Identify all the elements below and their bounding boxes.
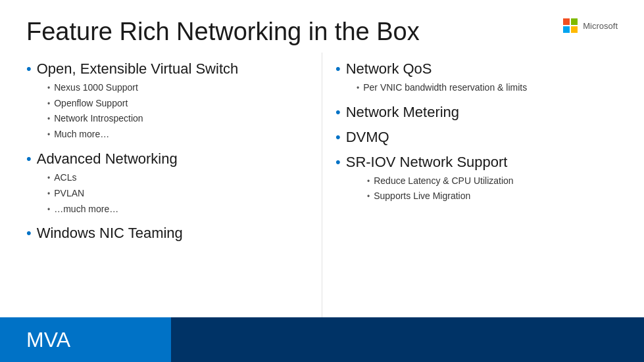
- bullet-open-virtual-switch: • Open, Extensible Virtual Switch: [26, 60, 309, 78]
- bullet-nic-teaming: • Windows NIC Teaming: [26, 225, 309, 242]
- bullet-label-r1: Network QoS: [346, 60, 432, 78]
- footer-mva-section: MVA: [0, 317, 171, 362]
- sub-bullet-vnic-bw: • Per VNIC bandwidth reservation & limit…: [357, 80, 618, 96]
- bullet-label-3: Windows NIC Teaming: [37, 225, 183, 242]
- sub-bullets-sr-iov: • Reduce Latency & CPU Utilization • Sup…: [357, 173, 618, 205]
- sub-bullets-advanced: • ACLs • PVLAN • …much more…: [47, 170, 309, 217]
- left-column: • Open, Extensible Virtual Switch • Nexu…: [26, 53, 322, 317]
- sub-bullet-reduce-latency: • Reduce Latency & CPU Utilization: [367, 173, 618, 189]
- page-title: Feature Rich Networking in the Box: [26, 18, 420, 46]
- sub-bullet-acls: • ACLs: [47, 170, 309, 186]
- bullet-dot-r1: •: [335, 60, 341, 78]
- content-area: • Open, Extensible Virtual Switch • Nexu…: [0, 53, 644, 317]
- bullet-sr-iov: • SR-IOV Network Support: [335, 154, 618, 171]
- bullet-dot-r3: •: [335, 129, 341, 146]
- sub-bullet-much-more-1: • Much more…: [47, 127, 309, 143]
- bullet-label-r4: SR-IOV Network Support: [346, 154, 508, 171]
- bullet-dot-r4: •: [335, 154, 341, 171]
- microsoft-logo: Microsoft: [563, 18, 618, 33]
- header: Feature Rich Networking in the Box Micro…: [0, 0, 644, 53]
- bullet-network-metering: • Network Metering: [335, 104, 618, 121]
- footer: MVA: [0, 317, 644, 362]
- ms-logo-grid: [563, 18, 578, 33]
- bullet-network-qos: • Network QoS: [335, 60, 618, 78]
- slide: Feature Rich Networking in the Box Micro…: [0, 0, 644, 362]
- footer-dark-section: [171, 317, 644, 362]
- sub-bullet-live-migration: • Supports Live Migration: [367, 189, 618, 204]
- sub-bullet-pvlan: • PVLAN: [47, 186, 309, 202]
- sub-bullet-nexus: • Nexus 1000 Support: [47, 80, 309, 96]
- right-column: • Network QoS • Per VNIC bandwidth reser…: [322, 53, 618, 317]
- ms-square-green: [571, 18, 578, 25]
- bullet-dvmq: • DVMQ: [335, 129, 618, 146]
- bullet-label: Open, Extensible Virtual Switch: [37, 60, 239, 78]
- ms-square-yellow: [571, 26, 578, 33]
- bullet-dot-r2: •: [335, 104, 341, 121]
- bullet-label-r3: DVMQ: [346, 129, 389, 146]
- ms-square-red: [563, 18, 570, 25]
- bullet-dot: •: [26, 60, 32, 78]
- ms-logo-label: Microsoft: [583, 21, 618, 31]
- sub-bullet-network-introspection: • Network Introspection: [47, 111, 309, 127]
- sub-bullets-qos: • Per VNIC bandwidth reservation & limit…: [357, 80, 618, 96]
- bullet-label-2: Advanced Networking: [37, 150, 178, 168]
- bullet-advanced-networking: • Advanced Networking: [26, 150, 309, 168]
- bullet-label-r2: Network Metering: [346, 104, 459, 121]
- ms-square-blue: [563, 26, 570, 33]
- mva-label: MVA: [26, 328, 70, 352]
- sub-bullet-much-more-2: • …much more…: [47, 202, 309, 217]
- sub-bullet-openflow: • Openflow Support: [47, 96, 309, 112]
- sub-bullets-virtual-switch: • Nexus 1000 Support • Openflow Support …: [47, 80, 309, 143]
- bullet-dot-2: •: [26, 150, 32, 168]
- bullet-dot-3: •: [26, 225, 32, 242]
